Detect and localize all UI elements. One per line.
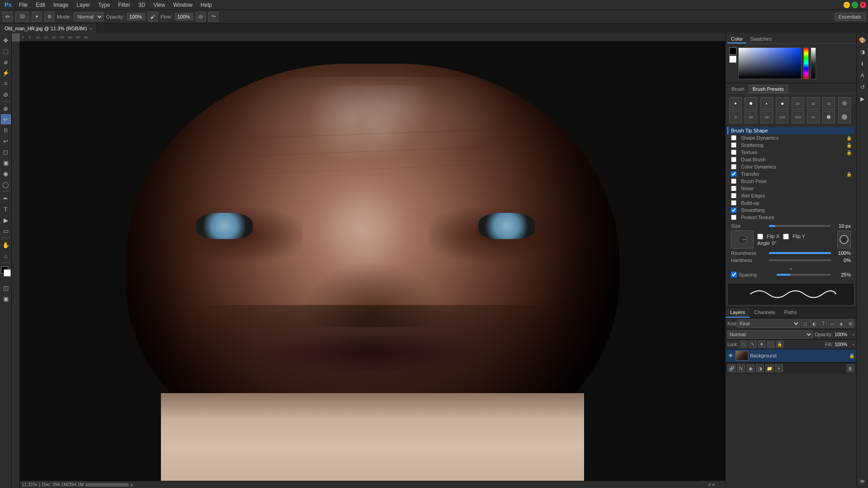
flip-x-checkbox[interactable]	[757, 234, 763, 239]
lock-pixels-btn[interactable]: ◻	[740, 341, 747, 348]
add-mask-btn[interactable]: ◉	[746, 364, 755, 372]
menu-help[interactable]: Help	[197, 1, 216, 9]
filter-smart-btn[interactable]: ◈	[837, 319, 845, 328]
filter-shape-btn[interactable]: ▭	[828, 319, 836, 328]
wet-edges-checkbox[interactable]	[731, 193, 736, 198]
tool-type[interactable]: T	[1, 204, 11, 214]
info-icon[interactable]: ℹ	[858, 59, 868, 69]
brush-preset-7[interactable]: 40	[822, 97, 835, 110]
scattering-checkbox[interactable]	[731, 142, 736, 148]
menu-filter[interactable]: Filter	[114, 1, 134, 9]
brush-preset-13[interactable]: 183	[792, 111, 804, 123]
buildup-item[interactable]: Build-up	[727, 199, 854, 206]
brush-presets-btn[interactable]: ▾	[32, 12, 42, 22]
brush-preset-9[interactable]: 9	[729, 111, 742, 123]
opacity-airbrush[interactable]: 🖌	[148, 12, 158, 22]
tool-clone[interactable]: ⎘	[1, 125, 11, 135]
window-minimize[interactable]: −	[844, 2, 850, 8]
lock-position-btn[interactable]: ✥	[758, 341, 765, 348]
color-fg-swatch[interactable]	[729, 47, 736, 55]
tool-colors[interactable]	[1, 267, 11, 277]
brush-preset-5[interactable]: 20	[792, 97, 804, 110]
menu-edit[interactable]: Edit	[32, 1, 49, 9]
layer-visibility-btn[interactable]: 👁	[727, 352, 734, 359]
roundness-slider[interactable]	[769, 252, 831, 254]
brush-tip-shape-item[interactable]: Brush Tip Shape	[727, 127, 854, 134]
add-group-btn[interactable]: 📁	[765, 364, 774, 372]
menu-3d[interactable]: 3D	[135, 1, 149, 9]
tab-layers[interactable]: Layers	[726, 308, 750, 318]
color-alpha-slider[interactable]	[811, 47, 816, 79]
brush-preset-4[interactable]	[776, 97, 788, 110]
document-tab-close[interactable]: ×	[90, 26, 92, 31]
angle-indicator[interactable]	[731, 230, 754, 249]
menu-file[interactable]: File	[15, 1, 31, 9]
nav-next[interactable]: ▶	[712, 482, 716, 487]
brush-pose-item[interactable]: Brush Pose	[727, 178, 854, 185]
buildup-checkbox[interactable]	[731, 200, 736, 206]
tab-brush-presets[interactable]: Brush Presets	[749, 85, 788, 93]
spacing-slider[interactable]	[777, 274, 831, 276]
tab-brush[interactable]: Brush	[727, 85, 749, 93]
opacity-arrow[interactable]: ▾	[852, 332, 854, 337]
scattering-item[interactable]: Scattering 🔒	[727, 141, 854, 149]
color-spectrum-slider[interactable]	[803, 47, 809, 79]
menu-layer[interactable]: Layer	[73, 1, 94, 9]
dual-brush-item[interactable]: Dual Brush	[727, 156, 854, 163]
blend-mode-select[interactable]: Normal	[727, 330, 813, 338]
smoothing-item[interactable]: Smoothing	[727, 206, 854, 214]
color-picker-area[interactable]	[738, 47, 802, 79]
brush-preset-15[interactable]	[822, 111, 835, 123]
add-fx-btn[interactable]: fx	[737, 364, 745, 372]
lock-artboard-btn[interactable]: ⬛	[767, 341, 774, 348]
dual-brush-checkbox[interactable]	[731, 157, 736, 162]
brush-size-btn[interactable]: 10	[15, 12, 29, 22]
tool-zoom[interactable]: ⌕	[1, 251, 11, 261]
tool-hand[interactable]: ✋	[1, 240, 11, 250]
noise-item[interactable]: Noise	[727, 185, 854, 192]
color-dynamics-item[interactable]: Color Dynamics	[727, 163, 854, 170]
wet-edges-item[interactable]: Wet Edges	[727, 192, 854, 199]
tool-eyedropper[interactable]: ⊘	[1, 89, 11, 99]
opacity-value[interactable]: 100%	[127, 13, 145, 20]
tool-dodge[interactable]: ◯	[1, 179, 11, 189]
texture-checkbox[interactable]	[731, 150, 736, 155]
brush-preset-8[interactable]	[838, 97, 851, 110]
background-color[interactable]	[4, 269, 11, 277]
filter-pixel-btn[interactable]: ◻	[801, 319, 809, 328]
transfer-item[interactable]: Transfer 🔒	[727, 170, 854, 178]
delete-layer-btn[interactable]: 🗑	[846, 364, 854, 372]
quick-mask-btn[interactable]: ◫	[1, 283, 11, 293]
fill-arrow[interactable]: ▾	[852, 342, 854, 347]
brush-tool-icon[interactable]: ✏	[3, 12, 13, 22]
window-maximize[interactable]: □	[852, 2, 858, 8]
tool-lasso[interactable]: ⌀	[1, 57, 11, 67]
brush-preset-6[interactable]: 30	[807, 97, 820, 110]
expand-icon[interactable]: ▲	[789, 266, 793, 271]
brush-preset-3[interactable]	[760, 97, 773, 110]
shape-dynamics-checkbox[interactable]	[731, 135, 736, 141]
menu-type[interactable]: Type	[94, 1, 113, 9]
smoothing-icon[interactable]: 〜	[208, 12, 218, 22]
tool-brush[interactable]: ✏	[1, 114, 11, 124]
flow-icon[interactable]: ◎	[196, 12, 206, 22]
add-layer-btn[interactable]: +	[775, 364, 783, 372]
scrollbar-horizontal[interactable]: ◀ ▶	[20, 481, 725, 488]
brush-preset-11[interactable]: 39	[760, 111, 773, 123]
scroll-right-arrow[interactable]: ▶	[131, 483, 134, 487]
window-close[interactable]: ×	[860, 2, 866, 8]
spacing-checkbox[interactable]	[731, 272, 737, 277]
smoothing-checkbox[interactable]	[731, 207, 736, 213]
menu-window[interactable]: Window	[170, 1, 196, 9]
brush-pose-checkbox[interactable]	[731, 178, 736, 184]
filter-type-btn[interactable]: T	[819, 319, 827, 328]
menu-view[interactable]: View	[150, 1, 169, 9]
filter-adjust-btn[interactable]: ◐	[810, 319, 818, 328]
transfer-checkbox[interactable]	[731, 171, 736, 177]
fill-value[interactable]: 100%	[835, 342, 850, 347]
mode-select[interactable]: Normal	[74, 12, 104, 21]
flip-y-checkbox[interactable]	[783, 234, 789, 239]
color-bg-swatch[interactable]	[729, 56, 736, 63]
hardness-slider[interactable]	[769, 259, 831, 261]
size-slider[interactable]	[769, 225, 831, 227]
